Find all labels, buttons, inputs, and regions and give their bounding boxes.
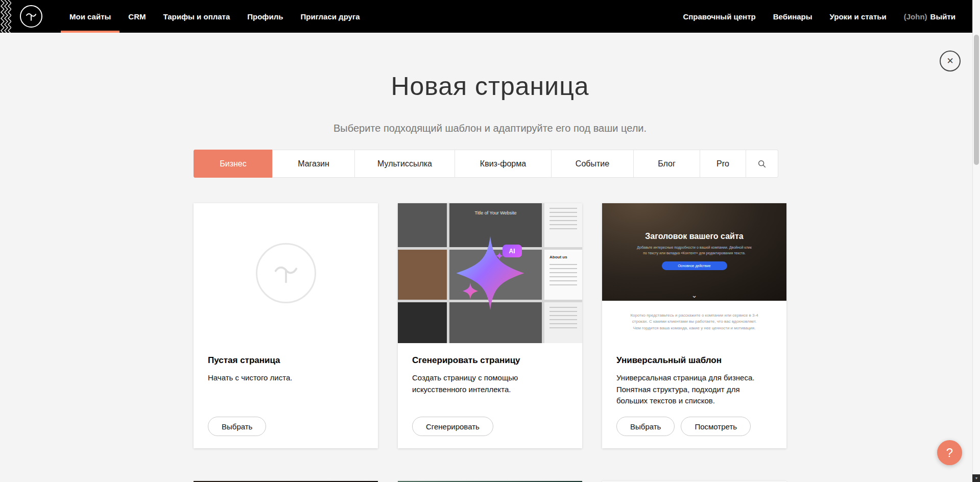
tab-search[interactable]: [746, 150, 778, 178]
card-title: Универсальный шаблон: [616, 355, 772, 366]
tab-shop[interactable]: Магазин: [272, 150, 355, 178]
nav-lessons[interactable]: Уроки и статьи: [821, 0, 895, 33]
universal-template-preview: Заголовок вашего сайта Добавьте интересн…: [602, 203, 786, 343]
card-title: Сгенерировать страницу: [412, 355, 568, 366]
card-body: Сгенерировать страницу Создать страницу …: [398, 343, 582, 448]
generate-button[interactable]: Сгенерировать: [412, 417, 493, 436]
card-title: Пустая страница: [208, 355, 364, 366]
preview-body-section: Коротко представьтесь и расскажите о ком…: [602, 301, 786, 343]
template-card-ai-generate[interactable]: Title of Your Website About us: [398, 203, 582, 448]
help-button[interactable]: ?: [937, 440, 962, 465]
blank-page-preview: [194, 203, 378, 343]
nav-help-center[interactable]: Справочный центр: [674, 0, 764, 33]
scrollbar-thumb[interactable]: [974, 35, 979, 165]
template-category-tabs: Бизнес Магазин Мультиссылка Квиз-форма С…: [194, 150, 786, 178]
page-subtitle: Выберите подходящий шаблон и адаптируйте…: [0, 123, 980, 134]
collage-tile: [398, 250, 447, 300]
preview-hero-text: Добавьте интересные подробности о вашей …: [635, 245, 754, 256]
tab-pro[interactable]: Pro: [700, 150, 746, 178]
scrollbar[interactable]: ▾: [972, 0, 980, 482]
nav-webinars[interactable]: Вебинары: [764, 0, 821, 33]
close-icon: ✕: [946, 57, 953, 65]
navbar-secondary-menu: Справочный центр Вебинары Уроки и статьи…: [674, 0, 972, 33]
ai-badge: AI: [503, 245, 522, 257]
tab-blog[interactable]: Блог: [633, 150, 700, 178]
collage-tile: About us: [544, 250, 582, 300]
choose-button[interactable]: Выбрать: [616, 417, 675, 436]
ai-sparkle-small-icon: [462, 282, 479, 300]
new-page-dialog: ✕ Новая страница Выберите подходящий шаб…: [0, 0, 980, 482]
tab-business[interactable]: Бизнес: [194, 150, 273, 178]
close-button[interactable]: ✕: [940, 51, 961, 71]
zigzag-pattern-icon: [0, 0, 11, 33]
nav-invite-friend[interactable]: Пригласи друга: [292, 0, 368, 33]
card-description: Создать страницу с помощью искусственног…: [412, 372, 568, 395]
template-card-universal[interactable]: Заголовок вашего сайта Добавьте интересн…: [602, 203, 786, 448]
search-icon: [757, 159, 767, 168]
card-description: Начать с чистого листа.: [208, 372, 364, 384]
preview-body-text: Коротко представьтесь и расскажите о ком…: [630, 312, 759, 331]
chevron-down-icon: ⌄: [691, 292, 698, 299]
template-card-blank[interactable]: Пустая страница Начать с чистого листа. …: [194, 203, 378, 448]
nav-tariffs[interactable]: Тарифы и оплата: [154, 0, 238, 33]
user-name: (John): [904, 12, 927, 21]
preview-hero-button: Основное действие: [662, 261, 727, 270]
view-button[interactable]: Посмотреть: [681, 417, 751, 436]
tilda-logo[interactable]: [20, 5, 42, 28]
page-title: Новая страница: [0, 71, 980, 101]
nav-logout[interactable]: (John) Выйти: [895, 0, 964, 33]
nav-crm[interactable]: CRM: [119, 0, 154, 33]
collage-tile: [398, 203, 447, 247]
scroll-down-arrow-icon[interactable]: ▾: [972, 474, 980, 482]
preview-hero-title: Заголовок вашего сайта: [602, 203, 786, 241]
logout-label: Выйти: [930, 12, 955, 21]
collage-tile: [544, 302, 582, 343]
nav-my-sites[interactable]: Мои сайты: [61, 0, 119, 33]
card-body: Универсальный шаблон Универсальная стран…: [602, 343, 786, 448]
collage-site-title: Title of Your Website: [449, 210, 542, 215]
preview-hero: Заголовок вашего сайта Добавьте интересн…: [602, 203, 786, 301]
tilda-watermark-icon: [256, 243, 316, 303]
navbar-main-menu: Мои сайты CRM Тарифы и оплата Профиль Пр…: [61, 0, 369, 33]
card-body: Пустая страница Начать с чистого листа. …: [194, 343, 378, 448]
tilda-logo-icon: [25, 10, 38, 23]
tab-quiz[interactable]: Квиз-форма: [455, 150, 552, 178]
choose-button[interactable]: Выбрать: [208, 417, 266, 436]
nav-profile[interactable]: Профиль: [238, 0, 292, 33]
top-navbar: Мои сайты CRM Тарифы и оплата Профиль Пр…: [0, 0, 972, 33]
tab-event[interactable]: Событие: [551, 150, 634, 178]
tab-multilink[interactable]: Мультиссылка: [354, 150, 455, 178]
collage-tile: [398, 302, 447, 343]
card-description: Универсальная страница для бизнеса. Поня…: [616, 372, 772, 407]
template-cards-grid: Пустая страница Начать с чистого листа. …: [194, 203, 786, 482]
ai-generate-preview: Title of Your Website About us: [398, 203, 582, 343]
collage-tile: [544, 203, 582, 247]
collage-about-label: About us: [549, 255, 582, 259]
